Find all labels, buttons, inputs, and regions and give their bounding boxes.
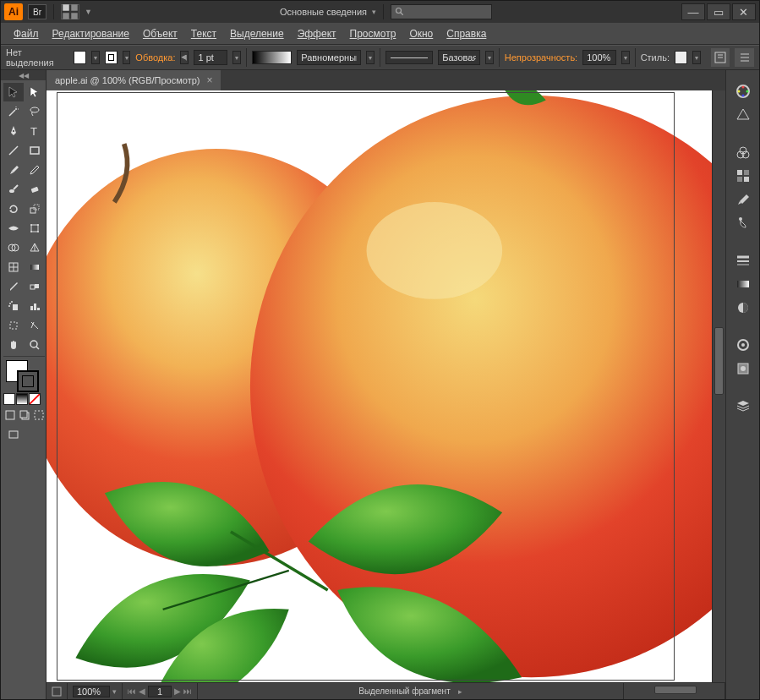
- artboard-nav-first-icon[interactable]: ⏮: [128, 686, 136, 696]
- stroke-weight-dropdown[interactable]: ▾: [232, 51, 241, 64]
- draw-behind-icon[interactable]: [18, 408, 31, 422]
- document-tab[interactable]: apple.ai @ 100% (RGB/Просмотр) ×: [46, 70, 221, 90]
- rectangle-tool[interactable]: [25, 141, 45, 160]
- color-panel-icon[interactable]: [731, 80, 755, 102]
- shape-builder-tool[interactable]: [3, 238, 24, 257]
- opacity-input[interactable]: [582, 50, 616, 65]
- stroke-swatch[interactable]: [105, 51, 118, 64]
- menu-edit[interactable]: Редактирование: [46, 25, 135, 42]
- menu-object[interactable]: Объект: [137, 25, 183, 42]
- gradient-panel-icon[interactable]: [731, 273, 755, 295]
- variable-width-profile[interactable]: [252, 51, 292, 64]
- direct-selection-tool[interactable]: [25, 83, 45, 101]
- bridge-icon[interactable]: Br: [28, 4, 46, 19]
- paintbrush-tool[interactable]: [3, 161, 24, 179]
- menu-view[interactable]: Просмотр: [344, 25, 402, 42]
- fill-swatch[interactable]: [74, 51, 86, 64]
- draw-normal-icon[interactable]: [3, 408, 17, 422]
- ruler-origin-icon[interactable]: [46, 683, 68, 699]
- menu-select[interactable]: Выделение: [224, 25, 290, 42]
- canvas[interactable]: [46, 90, 725, 682]
- menu-text[interactable]: Текст: [185, 25, 222, 42]
- eraser-tool[interactable]: [25, 180, 45, 199]
- search-input[interactable]: [391, 4, 492, 19]
- stroke-dropdown[interactable]: ▾: [123, 51, 131, 64]
- artboard-number-input[interactable]: [148, 686, 172, 697]
- preferences-icon[interactable]: [735, 48, 754, 67]
- document-setup-icon[interactable]: [711, 48, 730, 67]
- stroke-panel-icon[interactable]: [731, 249, 755, 271]
- lasso-tool[interactable]: [25, 102, 45, 121]
- perspective-grid-tool[interactable]: [25, 238, 45, 257]
- rotate-tool[interactable]: [3, 200, 24, 218]
- stroke-label[interactable]: Обводка:: [135, 52, 175, 63]
- type-tool[interactable]: T: [25, 122, 45, 140]
- menu-file[interactable]: Файл: [8, 25, 45, 42]
- symbols-panel-icon[interactable]: [731, 189, 755, 211]
- brush-dropdown[interactable]: ▾: [485, 51, 494, 64]
- graphic-style-swatch[interactable]: [675, 51, 687, 64]
- graphic-styles-panel-icon[interactable]: [731, 358, 755, 380]
- artboard-tool[interactable]: [3, 316, 24, 335]
- pencil-tool[interactable]: [25, 161, 45, 179]
- status-info-dropdown[interactable]: ▸: [458, 687, 462, 696]
- transparency-panel-icon[interactable]: [731, 297, 755, 319]
- arrange-dropdown[interactable]: ▼: [85, 8, 92, 16]
- horizontal-scroll-thumb[interactable]: [654, 686, 697, 694]
- workspace-switcher[interactable]: Основные сведения: [280, 7, 367, 17]
- color-mode-none[interactable]: [29, 393, 41, 405]
- arrange-documents-icon[interactable]: [61, 4, 79, 19]
- artboard-nav-next-icon[interactable]: ▶: [174, 686, 181, 696]
- menu-effect[interactable]: Эффект: [292, 25, 342, 42]
- hand-tool[interactable]: [3, 336, 24, 354]
- appearance-panel-icon[interactable]: [731, 334, 755, 356]
- menu-window[interactable]: Окно: [403, 25, 439, 42]
- fill-stroke-control[interactable]: [3, 358, 45, 392]
- magic-wand-tool[interactable]: [3, 102, 24, 121]
- slice-tool[interactable]: [25, 316, 45, 335]
- minimize-button[interactable]: —: [681, 3, 705, 20]
- scroll-thumb[interactable]: [714, 327, 724, 395]
- stroke-color[interactable]: [17, 370, 39, 392]
- layers-panel-icon[interactable]: [731, 395, 755, 417]
- color-mode-gradient[interactable]: [16, 393, 28, 405]
- zoom-dropdown[interactable]: ▾: [112, 687, 117, 696]
- symbol-sprayer-tool[interactable]: [3, 297, 24, 315]
- brush-label[interactable]: [438, 50, 480, 65]
- color-guide-panel-icon[interactable]: [731, 104, 755, 126]
- style-dropdown[interactable]: ▾: [692, 51, 701, 64]
- tools-collapse[interactable]: ◀◀: [1, 70, 46, 80]
- zoom-input[interactable]: [73, 686, 110, 697]
- screen-mode-icon[interactable]: [3, 425, 24, 444]
- free-transform-tool[interactable]: [25, 219, 45, 238]
- opacity-dropdown[interactable]: ▾: [621, 51, 630, 64]
- gradient-tool[interactable]: [25, 258, 45, 276]
- eyedropper-tool[interactable]: [3, 277, 24, 296]
- swatches-panel-icon[interactable]: [731, 141, 755, 163]
- profile-dropdown[interactable]: ▾: [366, 51, 375, 64]
- width-tool[interactable]: [3, 219, 24, 238]
- close-tab-icon[interactable]: ×: [206, 74, 212, 86]
- column-graph-tool[interactable]: [25, 297, 45, 315]
- blob-brush-tool[interactable]: [3, 180, 24, 199]
- opacity-label[interactable]: Непрозрачность:: [505, 52, 577, 63]
- brushes-panel-icon[interactable]: [731, 165, 755, 187]
- workspace-dropdown[interactable]: ▾: [372, 8, 376, 16]
- draw-inside-icon[interactable]: [32, 408, 46, 422]
- vertical-scrollbar[interactable]: [712, 90, 725, 682]
- pen-tool[interactable]: [3, 122, 24, 140]
- blend-tool[interactable]: [25, 277, 45, 296]
- artboard-nav-prev-icon[interactable]: ◀: [139, 686, 145, 696]
- profile-label[interactable]: [297, 50, 361, 65]
- close-button[interactable]: ✕: [732, 3, 756, 20]
- fill-dropdown[interactable]: ▾: [91, 51, 100, 64]
- zoom-tool[interactable]: [25, 336, 45, 354]
- line-tool[interactable]: [3, 141, 24, 160]
- scale-tool[interactable]: [25, 200, 45, 218]
- mesh-tool[interactable]: [3, 258, 24, 276]
- maximize-button[interactable]: ▭: [707, 3, 730, 20]
- color-mode-color[interactable]: [3, 393, 15, 405]
- symbol-libraries-icon[interactable]: [731, 212, 755, 234]
- stroke-weight-input[interactable]: [194, 50, 227, 65]
- brush-definition[interactable]: [385, 51, 434, 64]
